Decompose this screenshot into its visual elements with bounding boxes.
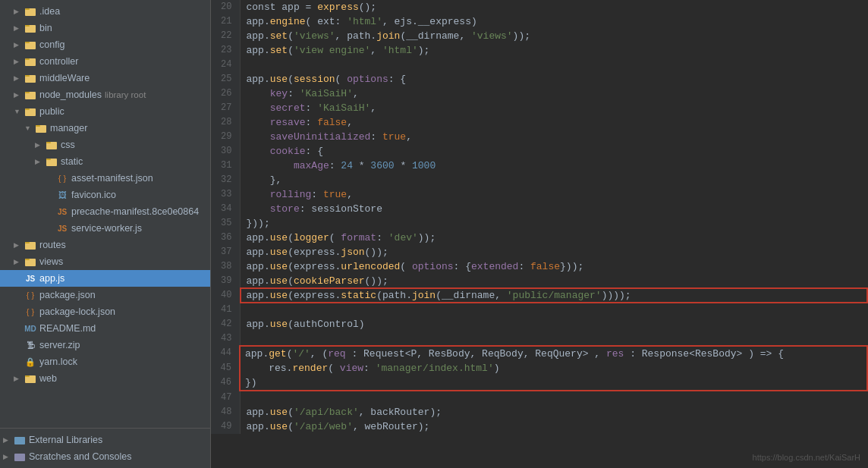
line-code[interactable]: cookie: { <box>240 144 867 159</box>
folder-icon <box>24 40 36 50</box>
arrow-icon: ▶ <box>14 74 24 82</box>
line-code[interactable]: app.use('/api/web', webRouter); <box>240 419 867 434</box>
sidebar-item-label: controller <box>39 56 78 67</box>
arrow-icon: ▼ <box>14 108 24 115</box>
line-code[interactable]: secret: 'KaiSaiH', <box>240 101 867 115</box>
line-code[interactable] <box>240 391 867 405</box>
line-code[interactable]: const app = express(); <box>240 0 867 14</box>
line-code[interactable]: app.use(express.urlencoded( options: {ex… <box>240 259 867 274</box>
line-code[interactable]: app.use(cookieParser()); <box>240 274 867 288</box>
table-row: 31 maxAge: 24 * 3600 * 1000 <box>211 159 867 173</box>
line-code[interactable]: app.use(authControl) <box>240 317 867 331</box>
arrow-icon: ▶ <box>3 436 14 444</box>
line-code[interactable]: })); <box>240 216 867 231</box>
line-number: 47 <box>211 391 240 405</box>
table-row: 37app.use(express.json()); <box>211 245 867 259</box>
sidebar-item-label: server.zip <box>39 340 80 350</box>
line-code[interactable]: app.use('/api/back', backRouter); <box>240 405 867 419</box>
svg-rect-25 <box>25 375 30 377</box>
arrow-icon: ▼ <box>24 124 35 132</box>
sidebar-item-idea[interactable]: ▶ .idea <box>0 3 210 20</box>
line-code[interactable]: resave: false, <box>240 115 867 130</box>
line-code[interactable] <box>240 331 867 346</box>
sidebar-item-label: css <box>61 140 75 150</box>
line-code[interactable] <box>240 303 867 317</box>
line-number: 20 <box>211 0 240 14</box>
sidebar-item-label: node_modules <box>39 90 102 100</box>
sidebar-item-views[interactable]: ▶ views <box>0 253 210 270</box>
sidebar-item-label: views <box>39 256 63 267</box>
line-code[interactable]: saveUninitialized: true, <box>240 130 867 144</box>
sidebar-item-yarn-lock[interactable]: ▶ 🔒 yarn.lock <box>0 353 210 370</box>
sidebar-item-package-json[interactable]: ▶ { } package.json <box>0 287 210 303</box>
scratches-label: Scratches and Consoles <box>29 451 132 462</box>
sidebar-item-public[interactable]: ▼ public <box>0 103 210 120</box>
line-code[interactable]: app.use(logger( format: 'dev')); <box>240 231 867 245</box>
line-number: 41 <box>211 303 240 317</box>
arrow-icon: ▶ <box>14 91 24 99</box>
sidebar-item-label: app.js <box>39 273 64 284</box>
line-code[interactable]: }) <box>240 375 867 391</box>
line-code[interactable]: rolling: true, <box>240 187 867 202</box>
file-json-icon: { } <box>24 291 36 300</box>
external-libraries-item[interactable]: ▶ External Libraries <box>0 432 210 448</box>
sidebar-item-controller[interactable]: ▶ controller <box>0 53 210 70</box>
library-icon <box>14 435 26 445</box>
sidebar-item-app-js[interactable]: ▶ JS app.js <box>0 270 210 287</box>
sidebar-item-precache[interactable]: ▶ JS precache-manifest.8ce0e0864 <box>0 203 210 220</box>
sidebar-item-config[interactable]: ▶ config <box>0 36 210 53</box>
svg-rect-7 <box>25 58 30 60</box>
line-code[interactable] <box>240 58 867 72</box>
table-row: 44app.get('/', (req : Request<P, ResBody… <box>211 346 867 361</box>
sidebar-item-bin[interactable]: ▶ bin <box>0 20 210 36</box>
table-row: 33 rolling: true, <box>211 187 867 202</box>
line-code[interactable]: app.get('/', (req : Request<P, ResBody, … <box>240 346 867 361</box>
sidebar-item-css[interactable]: ▶ css <box>0 137 210 153</box>
line-code[interactable]: maxAge: 24 * 3600 * 1000 <box>240 159 867 173</box>
line-code[interactable]: app.use(express.static(path.join(__dirna… <box>241 288 868 303</box>
line-code[interactable]: app.engine( ext: 'html', ejs.__express) <box>240 14 867 29</box>
arrow-icon: ▶ <box>14 24 24 32</box>
line-code[interactable]: app.use(session( options: { <box>240 72 867 86</box>
sidebar-item-label: service-worker.js <box>71 223 142 234</box>
sidebar-item-node-modules[interactable]: ▶ node_modules library root <box>0 86 210 103</box>
sidebar-item-manager[interactable]: ▼ manager <box>0 120 210 137</box>
file-ico-icon: 🖼 <box>56 190 68 200</box>
code-editor[interactable]: 20const app = express();21app.engine( ex… <box>211 0 868 468</box>
line-code[interactable]: key: 'KaiSaiH', <box>240 86 867 101</box>
line-number: 30 <box>211 144 240 159</box>
sidebar-item-routes[interactable]: ▶ routes <box>0 237 210 253</box>
line-code[interactable]: store: sessionStore <box>240 202 867 216</box>
sidebar-item-package-lock[interactable]: ▶ { } package-lock.json <box>0 303 210 320</box>
line-code[interactable]: app.set('views', path.join(__dirname, 'v… <box>240 29 867 43</box>
line-number: 44 <box>211 346 240 361</box>
sidebar-item-service-worker[interactable]: ▶ JS service-worker.js <box>0 220 210 237</box>
scratches-item[interactable]: ▶ Scratches and Consoles <box>0 448 210 465</box>
line-number: 43 <box>211 331 240 346</box>
table-row: 42app.use(authControl) <box>211 317 867 331</box>
sidebar-item-static[interactable]: ▶ static <box>0 153 210 170</box>
sidebar-item-favicon[interactable]: ▶ 🖼 favicon.ico <box>0 187 210 203</box>
sidebar-item-label: package.json <box>39 290 96 300</box>
file-json-icon: { } <box>24 307 36 317</box>
line-code[interactable]: app.use(express.json()); <box>240 245 867 259</box>
line-code[interactable]: res.render( view: 'manager/index.html') <box>240 361 867 375</box>
table-row: 21app.engine( ext: 'html', ejs.__express… <box>211 14 867 29</box>
line-code[interactable]: app.set('view engine', 'html'); <box>240 43 867 58</box>
sidebar-item-label: routes <box>39 240 66 250</box>
line-number: 25 <box>211 72 240 86</box>
sidebar-item-web[interactable]: ▶ web <box>0 370 210 387</box>
line-code[interactable]: }, <box>240 173 867 187</box>
sidebar-item-label: middleWare <box>39 73 90 83</box>
sidebar-item-label: bin <box>39 23 52 33</box>
folder-icon <box>24 57 36 67</box>
sidebar-item-asset-manifest[interactable]: ▶ { } asset-manifest.json <box>0 170 210 187</box>
sidebar-item-readme[interactable]: ▶ MD README.md <box>0 320 210 337</box>
sidebar-item-server-zip[interactable]: ▶ 🗜 server.zip <box>0 337 210 353</box>
file-tree: ▶ .idea ▶ bin ▶ config ▶ <box>0 0 210 428</box>
line-number: 45 <box>211 361 240 375</box>
file-lock-icon: 🔒 <box>24 357 36 367</box>
sidebar-item-middleware[interactable]: ▶ middleWare <box>0 70 210 86</box>
sidebar-item-label: manager <box>50 123 87 133</box>
table-row: 48app.use('/api/back', backRouter); <box>211 405 867 419</box>
